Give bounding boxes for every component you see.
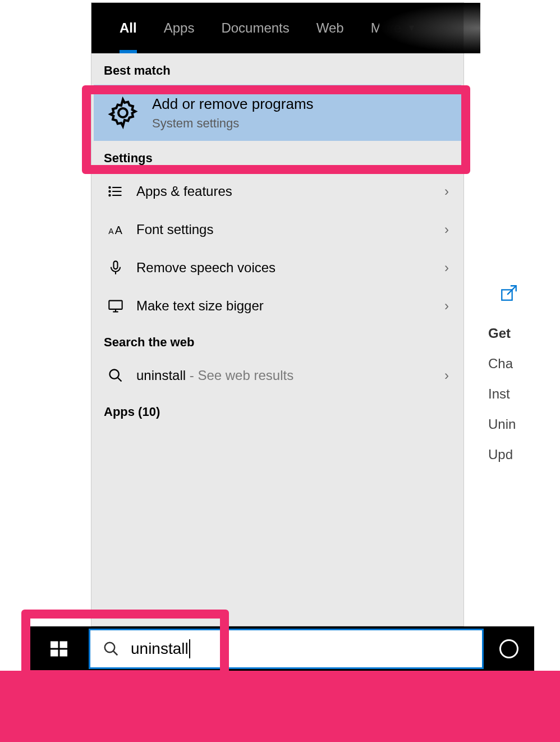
settings-item-text-size[interactable]: Make text size bigger › [91,287,463,325]
web-search-term: uninstall [136,368,186,383]
list-item-label: Remove speech voices [136,260,433,276]
chevron-right-icon: › [444,184,449,199]
svg-line-18 [118,378,122,382]
section-header-best-match: Best match [91,53,463,85]
settings-item-speech[interactable]: Remove speech voices › [91,249,463,287]
section-header-search-web: Search the web [91,325,463,356]
cortana-button[interactable] [484,626,534,671]
svg-text:A: A [115,224,123,236]
search-icon [103,640,120,657]
web-search-item[interactable]: uninstall - See web results › [91,356,463,395]
tab-web[interactable]: Web [303,3,357,53]
svg-point-0 [118,108,127,117]
web-search-suffix: - See web results [186,368,293,383]
taskbar: uninstall [29,626,534,671]
preview-link[interactable]: Upd [488,447,560,462]
annotation-bar [0,671,560,742]
best-match-text: Add or remove programs System settings [152,95,314,131]
preview-link[interactable]: Cha [488,356,560,372]
svg-rect-24 [60,650,68,657]
best-match-subtitle: System settings [152,116,314,131]
chevron-right-icon: › [444,260,449,276]
list-item-label: Font settings [136,222,433,237]
chevron-right-icon: › [444,298,449,314]
tab-all[interactable]: All [91,3,150,53]
search-results-panel: All Apps Documents Web More ▼ Best match… [91,2,464,626]
best-match-result[interactable]: Add or remove programs System settings [94,85,461,141]
svg-rect-23 [51,650,58,657]
search-input[interactable]: uninstall [89,629,484,669]
svg-point-17 [110,370,119,379]
search-icon [106,368,125,383]
tab-more[interactable]: More ▼ [357,3,430,53]
font-icon: A A [106,222,125,237]
svg-text:A: A [108,227,114,236]
preview-heading: Get [488,326,560,341]
microphone-icon [106,260,125,276]
display-icon [106,298,125,314]
svg-rect-14 [109,301,122,309]
preview-link[interactable]: Inst [488,386,560,402]
svg-point-8 [109,191,110,192]
apps-features-icon [106,184,125,199]
list-item-label: Make text size bigger [136,298,433,314]
web-search-label: uninstall - See web results [136,368,433,383]
tab-apps[interactable]: Apps [150,3,208,53]
chevron-right-icon: › [444,368,449,383]
tab-documents[interactable]: Documents [208,3,302,53]
gear-icon [105,95,141,131]
search-input-text: uninstall [131,639,190,658]
windows-logo-icon [49,639,69,659]
preview-link[interactable]: Unin [488,416,560,432]
svg-rect-22 [60,642,68,648]
preview-panel-fragment: Get Cha Inst Unin Upd [488,269,560,462]
settings-item-font[interactable]: A A Font settings › [91,210,463,249]
svg-point-7 [109,187,110,188]
best-match-title: Add or remove programs [152,95,314,113]
svg-rect-12 [114,261,118,269]
svg-rect-21 [51,642,58,648]
settings-item-apps-features[interactable]: Apps & features › [91,172,463,210]
list-item-label: Apps & features [136,184,433,199]
tab-more-label: More [371,20,402,36]
svg-line-26 [113,651,118,656]
svg-point-25 [105,643,115,653]
cortana-icon [499,639,518,658]
start-button[interactable] [29,626,89,671]
filter-tabs: All Apps Documents Web More ▼ [91,3,463,53]
section-header-settings: Settings [91,141,463,172]
chevron-down-icon: ▼ [407,23,416,33]
svg-point-9 [109,195,110,196]
chevron-right-icon: › [444,222,449,237]
section-header-apps: Apps (10) [91,395,463,426]
